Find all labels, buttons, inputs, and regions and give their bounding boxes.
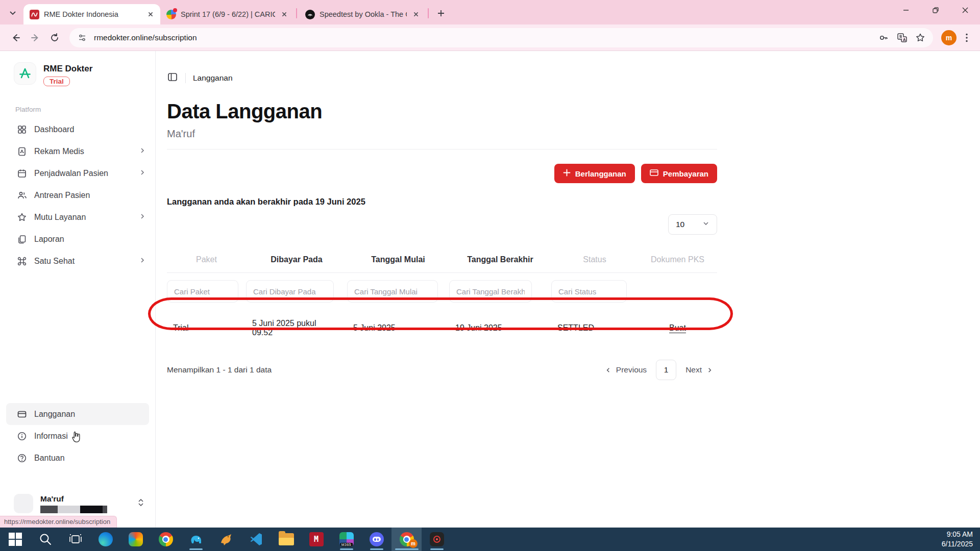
sidebar-item-penjadwalan-pasien[interactable]: Penjadwalan Pasien — [0, 162, 155, 184]
vscode-icon — [249, 532, 264, 547]
sidebar-item-label: Rekam Medis — [34, 147, 132, 156]
chevron-right-icon — [139, 257, 146, 266]
translate-icon[interactable] — [895, 31, 909, 44]
sidebar-item-laporan[interactable]: Laporan — [0, 228, 155, 250]
sidebar-item-rekam-medis[interactable]: Rekam Medis — [0, 140, 155, 162]
copilot-button[interactable] — [120, 528, 151, 551]
page-subtitle: Ma'ruf — [167, 128, 717, 140]
column-header[interactable]: Dibayar Pada — [246, 255, 347, 272]
browser-toolbar: rmedokter.online/subscription m — [0, 24, 980, 51]
chrome-profile-badge: m — [409, 539, 418, 548]
file-explorer-button[interactable] — [271, 528, 301, 551]
sidebar-item-dashboard[interactable]: Dashboard — [0, 118, 155, 140]
filter-status-input[interactable] — [551, 280, 627, 303]
sidebar-item-label: Informasi — [34, 432, 146, 441]
m365-button[interactable]: M365 — [331, 528, 361, 551]
filter-paket-input[interactable] — [167, 280, 238, 303]
column-header[interactable]: Status — [551, 255, 638, 272]
start-button[interactable] — [0, 528, 30, 551]
password-key-icon[interactable] — [877, 31, 890, 44]
column-header[interactable]: Tanggal Berakhir — [449, 255, 551, 272]
tab-close-icon[interactable] — [411, 10, 421, 19]
page-number-button[interactable]: 1 — [656, 360, 676, 380]
close-window-button[interactable] — [950, 0, 980, 20]
filter-tanggal-berakhir-input[interactable] — [449, 280, 532, 303]
restore-button[interactable] — [921, 0, 950, 20]
url-text[interactable]: rmedokter.online/subscription — [94, 33, 872, 42]
next-button[interactable]: Next — [681, 365, 717, 374]
chrome-active-button[interactable]: m — [391, 528, 422, 551]
open-indicator — [189, 548, 203, 550]
orange-app-button[interactable] — [211, 528, 241, 551]
filter-tanggal-mulai-input[interactable] — [347, 280, 438, 303]
help-icon — [17, 453, 27, 463]
address-bar[interactable]: rmedokter.online/subscription — [69, 28, 933, 47]
column-header[interactable]: Paket — [167, 255, 246, 272]
tab-speedtest[interactable]: Speedtest by Ookla - The Glob — [299, 4, 426, 24]
column-header[interactable]: Dokumen PKS — [638, 255, 717, 272]
cell-status: SETTLED — [551, 323, 638, 333]
sidebar-item-label: Satu Sehat — [34, 257, 132, 266]
rme-logo-icon — [14, 62, 36, 85]
m-app-button[interactable]: M — [301, 528, 331, 551]
reload-icon[interactable] — [46, 29, 63, 46]
window-controls — [891, 0, 980, 20]
forward-icon[interactable] — [27, 29, 44, 46]
tab-close-icon[interactable] — [280, 10, 289, 19]
minimize-button[interactable] — [891, 0, 921, 20]
breadcrumb-item[interactable]: Langganan — [193, 73, 233, 83]
screen-recorder-button[interactable] — [422, 528, 452, 551]
column-header[interactable]: Tanggal Mulai — [347, 255, 449, 272]
page-size-select[interactable]: 10 — [668, 214, 717, 235]
info-icon — [17, 431, 27, 441]
recorder-icon — [430, 532, 444, 546]
new-tab-button[interactable] — [434, 6, 448, 20]
tab-separator — [428, 8, 429, 18]
pembayaran-button[interactable]: Pembayaran — [641, 164, 717, 183]
sidebar-item-label: Antrean Pasien — [34, 191, 146, 200]
cell-tanggal-berakhir: 19 Juni 2025 — [449, 323, 551, 333]
bookmark-star-icon[interactable] — [914, 31, 927, 44]
table-row: Trial 5 Juni 2025 pukul 09.52 5 Juni 202… — [167, 314, 717, 342]
back-icon[interactable] — [7, 29, 24, 46]
divider — [167, 272, 717, 273]
users-icon — [17, 190, 27, 201]
chrome-button[interactable] — [151, 528, 181, 551]
previous-button[interactable]: Previous — [601, 365, 651, 374]
sidebar-item-antrean-pasien[interactable]: Antrean Pasien — [0, 184, 155, 206]
vscode-button[interactable] — [241, 528, 271, 551]
sidebar-item-label: Bantuan — [34, 454, 146, 463]
subscription-table: Paket Dibayar Pada Tanggal Mulai Tanggal… — [167, 255, 717, 342]
taskbar-clock[interactable]: 9:05 AM 6/11/2025 — [942, 530, 980, 549]
edge-button[interactable] — [90, 528, 120, 551]
sidebar-item-satu-sehat[interactable]: Satu Sehat — [0, 250, 155, 272]
plus-icon — [563, 169, 571, 178]
sidebar-toggle-icon[interactable] — [167, 71, 178, 85]
task-view-button[interactable] — [60, 528, 90, 551]
filter-dibayar-input[interactable] — [246, 280, 334, 303]
tab-title: Speedtest by Ookla - The Glob — [320, 10, 407, 18]
taskbar-search-button[interactable] — [30, 528, 60, 551]
tab-rme-dokter[interactable]: RME Dokter Indonesia — [23, 4, 160, 24]
chevrons-up-down-icon — [137, 497, 145, 510]
tab-close-icon[interactable] — [146, 10, 155, 19]
tab-sprint[interactable]: Sprint 17 (6/9 - 6/22) | CARIGI II — [160, 4, 294, 24]
main-area: Langganan Data Langganan Ma'ruf Berlangg… — [156, 51, 980, 528]
discord-button[interactable] — [361, 528, 391, 551]
tab-search-chevron-icon[interactable] — [5, 5, 20, 20]
sidebar-item-bantuan[interactable]: Bantuan — [0, 447, 155, 469]
laragon-button[interactable] — [181, 528, 211, 551]
browser-menu-icon[interactable] — [961, 30, 973, 45]
berlangganan-button[interactable]: Berlangganan — [554, 164, 635, 183]
sidebar-item-mutu-layanan[interactable]: Mutu Layanan — [0, 206, 155, 228]
buat-link[interactable]: Buat — [669, 323, 686, 332]
open-indicator — [370, 548, 383, 550]
rme-favicon — [30, 10, 39, 19]
search-icon — [38, 532, 53, 547]
sidebar-item-langganan[interactable]: Langganan — [6, 403, 149, 425]
browser-profile-avatar[interactable]: m — [941, 30, 957, 45]
site-info-icon[interactable] — [76, 31, 89, 44]
m-app-icon: M — [309, 532, 324, 546]
m365-label: M365 — [340, 543, 353, 546]
user-menu[interactable]: Ma'ruf — [0, 494, 155, 513]
